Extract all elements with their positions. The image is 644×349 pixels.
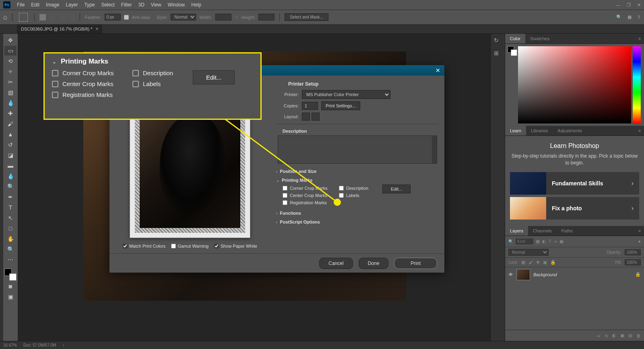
- link-layers-icon[interactable]: ⫘: [596, 333, 601, 338]
- color-tab[interactable]: Color: [505, 34, 525, 43]
- lock-full-icon[interactable]: 🔒: [550, 260, 556, 265]
- registration-marks-checkbox[interactable]: Registration Marks: [276, 199, 332, 206]
- opacity-input[interactable]: [625, 249, 641, 255]
- color-field[interactable]: [518, 46, 631, 123]
- filter-adjust-icon[interactable]: ◐: [542, 239, 546, 244]
- marquee-tool-icon[interactable]: ▭: [4, 46, 17, 55]
- layer-fx-icon[interactable]: fx: [605, 333, 608, 338]
- shape-tool-icon[interactable]: □: [4, 224, 17, 233]
- description-checkbox[interactable]: Description: [332, 185, 381, 192]
- channels-tab[interactable]: Channels: [528, 226, 556, 236]
- selection-add-icon[interactable]: [49, 14, 56, 21]
- properties-panel-icon[interactable]: ⊞: [494, 50, 502, 57]
- callout-corner-crop-checkbox[interactable]: Corner Crop Marks: [52, 70, 132, 76]
- match-print-colors-checkbox[interactable]: Match Print Colors: [123, 244, 165, 248]
- blur-tool-icon[interactable]: 💧: [4, 171, 17, 181]
- window-restore-icon[interactable]: ❐: [627, 2, 631, 8]
- layer-row-background[interactable]: 👁 Background 🔒: [505, 267, 644, 282]
- visibility-toggle-icon[interactable]: 👁: [508, 272, 513, 277]
- marquee-tool-indicator[interactable]: [19, 13, 28, 22]
- callout-description-checkbox[interactable]: Description: [132, 70, 193, 76]
- adjustments-tab[interactable]: Adjustments: [553, 126, 587, 135]
- new-layer-icon[interactable]: ▤: [628, 333, 632, 338]
- brush-tool-icon[interactable]: 🖌: [4, 119, 17, 129]
- layer-filter-input[interactable]: [516, 238, 533, 244]
- window-close-icon[interactable]: ✕: [637, 2, 641, 8]
- filter-smart-icon[interactable]: ▣: [559, 239, 564, 244]
- feather-input[interactable]: [105, 14, 121, 21]
- share-icon[interactable]: ⇪: [637, 14, 641, 20]
- crop-tool-icon[interactable]: ✂: [4, 77, 17, 87]
- filter-toggle-icon[interactable]: ●: [638, 239, 641, 244]
- filter-shape-icon[interactable]: ▱: [554, 239, 557, 244]
- learn-tile-fix-photo[interactable]: Fix a photo ›: [510, 197, 639, 220]
- gradient-tool-icon[interactable]: ▬: [4, 161, 17, 170]
- gamut-warning-checkbox[interactable]: Gamut Warning: [171, 244, 208, 248]
- menu-help[interactable]: Help: [188, 2, 204, 8]
- filter-type-icon[interactable]: T: [549, 239, 551, 244]
- callout-center-crop-checkbox[interactable]: Center Crop Marks: [52, 80, 132, 87]
- functions-section-toggle[interactable]: ›Functions: [276, 209, 439, 218]
- printer-select[interactable]: MS Publisher Color Printer: [302, 90, 390, 99]
- layout-landscape-icon[interactable]: [312, 113, 320, 121]
- lock-artboard-icon[interactable]: ▣: [543, 260, 547, 265]
- screenmode-icon[interactable]: ▣: [4, 292, 17, 302]
- menu-file[interactable]: File: [14, 2, 28, 8]
- copies-input[interactable]: [302, 102, 318, 110]
- blend-mode-select[interactable]: Normal: [508, 249, 549, 256]
- color-swatches[interactable]: [4, 269, 17, 281]
- style-select[interactable]: Normal: [171, 14, 196, 21]
- new-folder-icon[interactable]: ▣: [620, 333, 624, 338]
- lasso-tool-icon[interactable]: ⟲: [4, 56, 17, 66]
- menu-image[interactable]: Image: [43, 2, 62, 8]
- more-tools-icon[interactable]: ⋯: [4, 255, 17, 265]
- learn-tab[interactable]: Learn: [505, 126, 526, 135]
- menu-select[interactable]: Select: [98, 2, 118, 8]
- print-button[interactable]: Print: [394, 258, 437, 269]
- show-paper-white-checkbox[interactable]: Show Paper White: [214, 244, 257, 248]
- pen-tool-icon[interactable]: ✒: [4, 192, 17, 202]
- layout-portrait-icon[interactable]: [302, 113, 310, 121]
- panel-menu-icon[interactable]: ≡: [635, 226, 644, 236]
- postscript-section-toggle[interactable]: ›PostScript Options: [276, 218, 439, 226]
- magic-wand-tool-icon[interactable]: ✧: [4, 67, 17, 76]
- history-brush-tool-icon[interactable]: ↺: [4, 140, 17, 150]
- callout-edit-button[interactable]: Edit...: [193, 70, 235, 84]
- color-fgbg-swatch[interactable]: [508, 46, 517, 56]
- move-tool-icon[interactable]: ✥: [4, 35, 17, 45]
- search-icon[interactable]: 🔍: [616, 14, 622, 20]
- paths-tab[interactable]: Paths: [557, 226, 578, 236]
- filter-pixel-icon[interactable]: ▦: [536, 239, 540, 244]
- panel-menu-icon[interactable]: ≡: [635, 126, 644, 135]
- hue-slider[interactable]: [633, 46, 641, 123]
- callout-labels-checkbox[interactable]: Labels: [132, 80, 193, 87]
- printing-marks-section-toggle[interactable]: ⌄Printing Marks: [276, 176, 439, 185]
- layer-mask-icon[interactable]: ◐: [612, 333, 616, 338]
- workspace-icon[interactable]: ▦: [627, 14, 632, 20]
- path-tool-icon[interactable]: ↖: [4, 213, 17, 223]
- delete-layer-icon[interactable]: 🗑: [636, 333, 641, 338]
- description-section-toggle[interactable]: Description: [276, 127, 439, 135]
- menu-3d[interactable]: 3D: [135, 2, 147, 8]
- hand-tool-icon[interactable]: ✋: [4, 234, 17, 244]
- history-panel-icon[interactable]: ↻: [494, 37, 502, 44]
- print-settings-button[interactable]: Print Settings...: [321, 101, 360, 110]
- home-icon[interactable]: ⌂: [3, 14, 7, 21]
- edit-button[interactable]: Edit...: [382, 185, 411, 193]
- fill-input[interactable]: [625, 259, 641, 265]
- close-tab-icon[interactable]: ×: [95, 26, 98, 32]
- chevron-right-icon[interactable]: ›: [63, 343, 64, 347]
- stamp-tool-icon[interactable]: ▲: [4, 129, 17, 139]
- healing-tool-icon[interactable]: ✚: [4, 109, 17, 118]
- menu-filter[interactable]: Filter: [118, 2, 135, 8]
- center-crop-marks-checkbox[interactable]: Center Crop Marks: [276, 192, 332, 199]
- labels-checkbox[interactable]: Labels: [332, 192, 381, 199]
- frame-tool-icon[interactable]: ▧: [4, 88, 17, 97]
- select-and-mask-button[interactable]: Select and Mask...: [285, 13, 328, 21]
- lock-brush-icon[interactable]: 🖌: [528, 260, 533, 265]
- libraries-tab[interactable]: Libraries: [526, 126, 553, 135]
- eyedropper-tool-icon[interactable]: 💧: [4, 98, 17, 108]
- menu-edit[interactable]: Edit: [28, 2, 43, 8]
- type-tool-icon[interactable]: T: [4, 203, 17, 212]
- menu-view[interactable]: View: [148, 2, 165, 8]
